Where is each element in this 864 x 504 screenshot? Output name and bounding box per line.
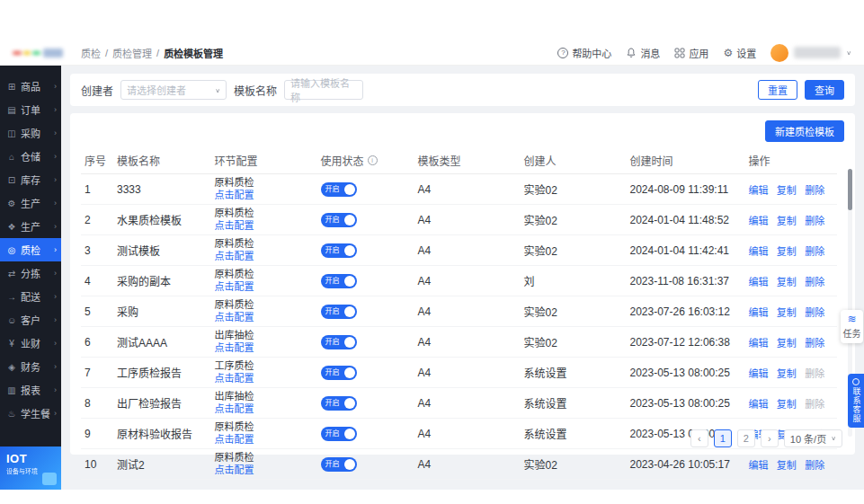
prev-page-button[interactable]: ‹ (690, 429, 708, 447)
sidebar-item-produce-1[interactable]: ⚙ 生产 › (0, 191, 61, 215)
filter-buttons: 重置 查询 (758, 80, 844, 100)
breadcrumb-item-2[interactable]: 质检管理 (112, 46, 152, 60)
edit-link[interactable]: 编辑 (749, 216, 769, 226)
delete-link[interactable]: 删除 (805, 216, 824, 226)
edit-link[interactable]: 编辑 (749, 307, 769, 318)
reset-button[interactable]: 重置 (758, 80, 797, 100)
delete-link[interactable]: 删除 (805, 277, 824, 287)
status-toggle[interactable]: 开启 (321, 396, 357, 411)
copy-link[interactable]: 复制 (777, 277, 797, 287)
copy-link[interactable]: 复制 (777, 368, 797, 379)
task-widget-button[interactable]: ≋ 任务 (841, 310, 863, 343)
edit-link[interactable]: 编辑 (749, 338, 769, 349)
settings-button[interactable]: ⚙ 设置 (723, 46, 756, 60)
delete-link[interactable]: 删除 (805, 368, 824, 379)
status-toggle[interactable]: 开启 (321, 182, 357, 197)
sidebar-item-finance[interactable]: ◈ 财务 › (0, 355, 61, 378)
status-toggle[interactable]: 开启 (321, 213, 357, 227)
sidebar-item-student-meal[interactable]: ♨ 学生餐 › (0, 402, 61, 425)
status-header-label: 使用状态 (321, 153, 364, 168)
delete-link[interactable]: 删除 (805, 338, 824, 349)
configure-link[interactable]: 点击配置 (215, 190, 254, 201)
configure-link[interactable]: 点击配置 (215, 251, 254, 262)
sidebar-item-quality[interactable]: ◎ 质检 › (0, 238, 61, 261)
page-size-select[interactable]: 10 条/页 ∨ (784, 429, 842, 447)
user-menu[interactable]: ∨ (770, 44, 851, 62)
configure-link[interactable]: 点击配置 (215, 312, 254, 323)
breadcrumb-separator: / (105, 48, 108, 58)
status-toggle[interactable]: 开启 (321, 457, 357, 472)
table-row: 5 采购 原料质检 点击配置 开启 A4 实验02 2023-07-26 16:… (81, 296, 837, 327)
delete-link[interactable]: 删除 (805, 460, 824, 471)
toggle-label: 开启 (325, 461, 340, 468)
chevron-right-icon: › (54, 82, 57, 91)
status-toggle[interactable]: 开启 (321, 305, 357, 319)
status-toggle[interactable]: 开启 (321, 335, 357, 349)
sidebar-item-orders[interactable]: ▤ 订单 › (0, 98, 61, 121)
delete-link[interactable]: 删除 (805, 307, 824, 318)
customer-service-tab[interactable]: 联系客服 (848, 374, 864, 428)
copy-link[interactable]: 复制 (777, 307, 797, 318)
help-center-button[interactable]: ? 帮助中心 (557, 46, 611, 60)
configure-link[interactable]: 点击配置 (215, 464, 254, 476)
configure-link[interactable]: 点击配置 (215, 434, 254, 446)
delete-link[interactable]: 删除 (805, 185, 824, 196)
copy-link[interactable]: 复制 (777, 216, 797, 226)
status-toggle[interactable]: 开启 (321, 274, 357, 288)
apps-label: 应用 (689, 46, 708, 60)
pagination: ‹ 1 2 › 10 条/页 ∨ (690, 429, 842, 447)
sidebar-item-warehouse[interactable]: ⌂ 仓储 › (0, 145, 61, 168)
delete-link[interactable]: 删除 (805, 399, 824, 410)
sidebar-item-reports[interactable]: ▥ 报表 › (0, 378, 61, 402)
configure-link[interactable]: 点击配置 (215, 373, 254, 385)
next-page-button[interactable]: › (761, 429, 779, 447)
sidebar-item-delivery[interactable]: → 配送 › (0, 285, 61, 308)
creator-select[interactable]: 请选择创建者 ∨ (120, 80, 227, 100)
row-index: 5 (81, 296, 113, 327)
edit-link[interactable]: 编辑 (749, 399, 769, 410)
sidebar-item-biz-fin[interactable]: ¥ 业财 › (0, 332, 61, 355)
page-button-2[interactable]: 2 (737, 429, 755, 447)
edit-link[interactable]: 编辑 (749, 277, 769, 287)
template-name-input[interactable]: 请输入模板名称 (284, 80, 363, 100)
sidebar-item-purchase[interactable]: ◫ 采购 › (0, 121, 61, 145)
configure-link[interactable]: 点击配置 (215, 281, 254, 293)
page-button-1[interactable]: 1 (714, 429, 732, 447)
sidebar-item-produce-2[interactable]: ❖ 生产 › (0, 215, 61, 238)
menu-icon: ◈ (6, 362, 17, 372)
copy-link[interactable]: 复制 (777, 185, 797, 196)
edit-link[interactable]: 编辑 (749, 246, 769, 257)
new-template-button[interactable]: 新建质检模板 (765, 120, 844, 142)
scrollbar-thumb[interactable] (848, 169, 852, 210)
messages-button[interactable]: 消息 (626, 46, 660, 60)
menu-icon: ¥ (6, 339, 17, 349)
edit-link[interactable]: 编辑 (749, 460, 769, 471)
configure-link[interactable]: 点击配置 (215, 220, 254, 232)
status-toggle[interactable]: 开启 (321, 243, 357, 258)
template-name: 测试2 (113, 449, 211, 480)
breadcrumb-item-1[interactable]: 质检 (81, 46, 101, 60)
copy-link[interactable]: 复制 (777, 460, 797, 471)
edit-link[interactable]: 编辑 (749, 185, 769, 196)
configure-link[interactable]: 点击配置 (215, 403, 254, 415)
toggle-knob (344, 459, 355, 470)
status-toggle[interactable]: 开启 (321, 366, 357, 380)
template-name: 出厂检验报告 (113, 388, 211, 419)
apps-button[interactable]: 应用 (674, 46, 708, 60)
sidebar-item-inventory[interactable]: ⊡ 库存 › (0, 168, 61, 191)
sidebar-item-sorting[interactable]: ⇄ 分拣 › (0, 261, 61, 285)
search-button[interactable]: 查询 (805, 80, 844, 100)
delete-link[interactable]: 删除 (805, 246, 824, 257)
iot-chat-icon (42, 473, 57, 485)
info-icon[interactable]: i (368, 155, 378, 165)
status-toggle[interactable]: 开启 (321, 427, 357, 441)
customer-service-label: 联系客服 (852, 387, 860, 423)
edit-link[interactable]: 编辑 (749, 368, 769, 379)
copy-link[interactable]: 复制 (777, 246, 797, 257)
menu-label: 订单 (21, 102, 40, 117)
copy-link[interactable]: 复制 (777, 338, 797, 349)
copy-link[interactable]: 复制 (777, 399, 797, 410)
configure-link[interactable]: 点击配置 (215, 342, 254, 354)
sidebar-item-customers[interactable]: ☺ 客户 › (0, 308, 61, 332)
sidebar-item-goods[interactable]: ⊞ 商品 › (0, 75, 61, 98)
